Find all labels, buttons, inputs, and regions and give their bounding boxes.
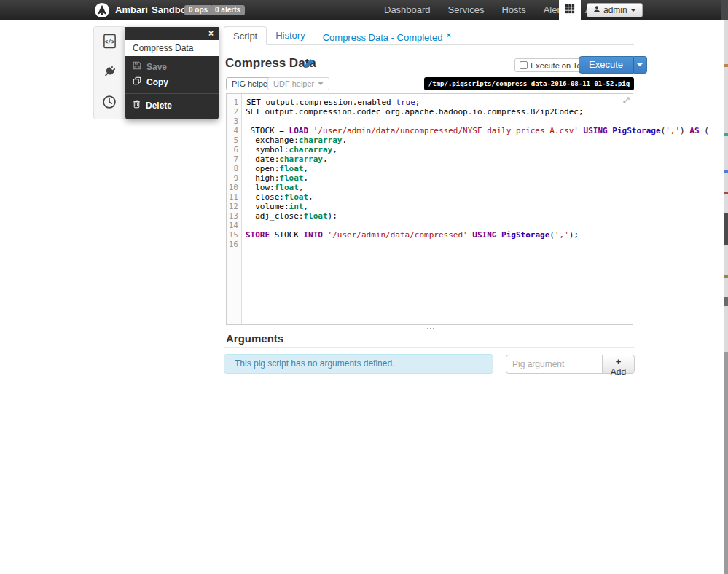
main-nav: DashboardServicesHostsAlertsAdmin [375, 0, 621, 20]
edit-title-pencil-icon[interactable] [303, 58, 314, 72]
editor-code[interactable]: SET output.compression.enabled true;SET … [246, 98, 624, 249]
pig-helper-label: PIG helper [232, 79, 270, 88]
ambari-pig-view: Ambari Sandbox 0 ops 0 alerts DashboardS… [0, 0, 728, 574]
ambari-logo-icon [94, 2, 110, 18]
copy-label: Copy [146, 77, 168, 87]
chevron-down-icon [318, 82, 324, 85]
nav-item: Services [439, 0, 493, 20]
views-grid-icon [565, 4, 575, 17]
trash-icon [133, 100, 141, 111]
script-tabs: Script History Compress Data - Completed… [224, 26, 634, 45]
delete-menu-item[interactable]: Delete [125, 98, 219, 113]
user-icon [593, 5, 600, 15]
sliver-mark [724, 64, 728, 67]
sliver-mark [724, 352, 728, 574]
tab-script[interactable]: Script [224, 26, 267, 45]
divider [224, 347, 634, 348]
execute-dropdown-toggle[interactable] [633, 56, 647, 74]
editor-expand-icon[interactable] [622, 96, 630, 106]
copy-menu-item[interactable]: Copy [125, 74, 219, 90]
checkbox-icon[interactable] [520, 61, 528, 69]
chevron-down-icon [637, 63, 643, 66]
script-actions-panel: × Compress Data Save Copy Delete [125, 27, 219, 119]
views-menu-button[interactable] [559, 0, 581, 20]
editor-gutter: 12345678910111213141516 [227, 94, 242, 324]
save-menu-item[interactable]: Save [125, 59, 219, 74]
add-argument-button[interactable]: + Add [602, 355, 635, 374]
sliver-mark [724, 297, 728, 306]
tab-job-result[interactable]: Compress Data - Completed× [314, 26, 460, 44]
ops-count-badge[interactable]: 0 ops [184, 5, 212, 15]
copy-icon [133, 76, 141, 87]
execute-on-tez-label: Execute on Tez [531, 61, 585, 70]
execute-split-button: Execute [579, 56, 647, 74]
chevron-down-icon [630, 9, 636, 12]
pig-view-icon-rail: </> [93, 26, 125, 119]
user-menu-button[interactable]: admin [587, 3, 643, 17]
tab-history[interactable]: History [267, 26, 313, 44]
menu-divider [125, 93, 219, 94]
save-icon [133, 61, 141, 72]
selected-script-item[interactable]: Compress Data [125, 40, 219, 56]
code-editor[interactable]: 12345678910111213141516 SET output.compr… [226, 93, 633, 325]
save-label: Save [146, 62, 167, 72]
panel-close-button[interactable]: × [208, 28, 214, 39]
pig-argument-input[interactable] [506, 355, 603, 374]
user-name: admin [603, 5, 627, 15]
udf-helper-label: UDF helper [273, 79, 314, 88]
nav-item: Hosts [493, 0, 534, 20]
script-file-path: /tmp/.pigscripts/compress_data-2016-08-1… [424, 77, 634, 90]
alerts-count-badge[interactable]: 0 alerts [211, 5, 245, 15]
execute-button[interactable]: Execute [579, 56, 633, 74]
background-window-sliver [721, 0, 728, 20]
scripts-nav-button[interactable]: </> [94, 27, 125, 58]
sliver-mark [724, 213, 728, 245]
page-title: Compress Data [225, 56, 316, 71]
top-navbar: Ambari Sandbox 0 ops 0 alerts DashboardS… [0, 0, 724, 20]
udfs-nav-button[interactable] [94, 58, 125, 88]
no-arguments-alert: This pig script has no arguments defined… [224, 354, 493, 374]
sliver-mark [724, 170, 728, 173]
delete-label: Delete [146, 101, 172, 111]
clock-icon [102, 95, 117, 112]
nav-link[interactable]: Hosts [493, 0, 534, 20]
nav-link[interactable]: Dashboard [375, 0, 439, 20]
brand-title[interactable]: Ambari [115, 0, 148, 20]
script-actions-menu: Save Copy Delete [125, 59, 219, 113]
sliver-mark [724, 192, 728, 194]
plug-icon [102, 64, 117, 82]
svg-text:</>: </> [104, 38, 115, 44]
nav-link[interactable]: Services [439, 0, 493, 20]
udf-helper-dropdown[interactable]: UDF helper [267, 77, 329, 90]
sliver-mark [724, 275, 728, 278]
sliver-mark [724, 133, 728, 136]
plus-icon: + [616, 356, 622, 367]
nav-item: Dashboard [375, 0, 439, 20]
tab-close-icon[interactable]: × [446, 31, 450, 39]
history-nav-button[interactable] [94, 88, 125, 119]
arguments-heading: Arguments [226, 332, 283, 345]
script-file-icon: </> [103, 34, 117, 52]
tab-job-label: Compress Data - Completed [323, 32, 443, 43]
add-label: Add [611, 367, 626, 377]
editor-resize-handle[interactable] [427, 328, 434, 329]
